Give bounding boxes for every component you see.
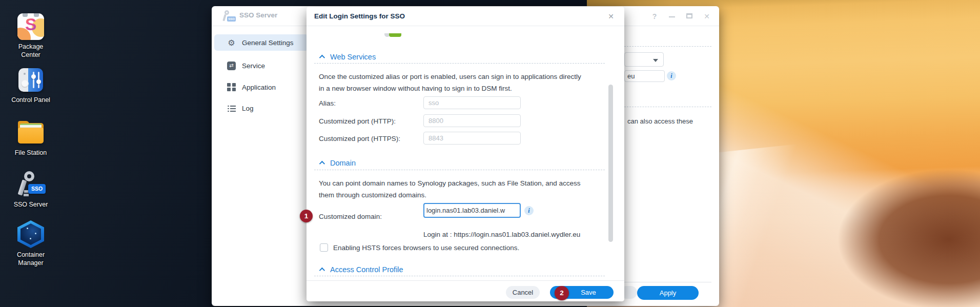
window-title: SSO Server <box>239 11 277 19</box>
info-icon[interactable]: i <box>667 71 676 80</box>
sidebar-item-general-settings[interactable]: ⚙ General Settings <box>214 34 309 51</box>
chevron-up-icon <box>319 268 325 273</box>
dialog-title: Edit Login Settings for SSO <box>314 12 405 20</box>
desktop-icon-file-station[interactable]: File Station <box>6 121 55 157</box>
control-panel-icon <box>18 68 43 92</box>
domain-dropdown[interactable] <box>624 52 664 67</box>
content-divider-dashed <box>624 46 711 47</box>
apply-button[interactable]: Apply <box>637 286 699 300</box>
hsts-label: Enabling HSTS forces browsers to use sec… <box>333 244 519 252</box>
desktop-icon-label: Control Panel <box>6 96 55 104</box>
window-controls: ? ✕ <box>650 11 711 22</box>
desktop: S Package Center Control Panel File Stat… <box>0 0 980 307</box>
alias-input[interactable] <box>423 96 521 109</box>
section-heading: Domain <box>330 159 356 167</box>
sidebar-item-label: Application <box>242 84 276 91</box>
footer-divider <box>624 282 711 282</box>
info-icon[interactable]: i <box>524 206 534 215</box>
annotation-badge-1: 1 <box>300 210 313 222</box>
window-title-key-icon: SSO <box>222 10 236 23</box>
desktop-icon-package-center[interactable]: S Package Center <box>6 13 55 59</box>
desktop-icon-label: Center <box>6 51 55 59</box>
sso-toggle-partial[interactable] <box>384 33 401 37</box>
chevron-down-icon <box>653 59 658 62</box>
edit-login-settings-dialog: Edit Login Settings for SSO ✕ Web Servic… <box>307 7 624 301</box>
desktop-icon-label: Container Manager <box>6 251 55 267</box>
close-icon[interactable]: ✕ <box>606 12 616 21</box>
customized-domain-input[interactable] <box>423 203 521 218</box>
chevron-up-icon <box>319 161 325 167</box>
desktop-icon-label: Package <box>6 43 55 51</box>
container-manager-icon <box>16 220 45 248</box>
modal-scrollbar[interactable] <box>608 85 613 242</box>
section-divider-dashed <box>314 276 605 276</box>
cancel-button[interactable]: Cancel <box>506 286 540 299</box>
service-icon: ⇄ <box>227 62 236 70</box>
hsts-checkbox[interactable] <box>320 243 328 252</box>
desktop-icon-container-manager[interactable]: Container Manager <box>6 220 55 267</box>
desktop-icon-label: SSO Server <box>6 200 55 209</box>
annotation-badge-2: 2 <box>555 286 569 300</box>
alias-label: Alias: <box>319 99 336 107</box>
sidebar-item-label: Log <box>242 105 254 112</box>
section-heading: Access Control Profile <box>330 265 403 274</box>
minimize-icon[interactable] <box>668 12 676 21</box>
help-icon[interactable]: ? <box>650 12 659 21</box>
section-divider-dashed <box>314 170 605 170</box>
section-divider-dashed <box>314 63 605 64</box>
domain-description: You can point domain names to Synology p… <box>319 177 614 201</box>
domain-suffix-input[interactable] <box>624 70 665 82</box>
sso-server-icon: SSO <box>16 171 46 198</box>
sidebar-item-application[interactable]: Application <box>214 79 309 95</box>
web-services-description: Once the customized alias or port is ena… <box>319 71 614 94</box>
sso-badge: SSO <box>28 184 46 194</box>
log-list-icon <box>227 104 236 113</box>
sidebar-item-label: General Settings <box>242 39 294 47</box>
sidebar-item-service[interactable]: ⇄ Service <box>214 57 309 74</box>
partial-description-text: can also access these <box>627 117 693 125</box>
close-icon[interactable]: ✕ <box>703 12 711 21</box>
sidebar-item-log[interactable]: Log <box>214 100 309 116</box>
http-port-input[interactable] <box>423 114 521 127</box>
file-station-icon <box>17 121 44 145</box>
content-divider-dashed <box>624 107 711 107</box>
desktop-icon-label: File Station <box>6 149 55 157</box>
gear-icon: ⚙ <box>227 38 236 47</box>
application-grid-icon <box>227 83 236 92</box>
dialog-header-divider <box>307 26 624 26</box>
https-port-label: Customized port (HTTPS): <box>319 135 400 142</box>
section-domain[interactable]: Domain <box>319 159 356 167</box>
desktop-icon-control-panel[interactable]: Control Panel <box>6 68 55 104</box>
http-port-label: Customized port (HTTP): <box>319 117 396 125</box>
section-web-services[interactable]: Web Services <box>319 53 376 61</box>
package-center-icon: S <box>17 13 44 40</box>
desktop-icon-sso-server[interactable]: SSO SSO Server <box>6 171 55 209</box>
chevron-up-icon <box>319 55 325 60</box>
customized-domain-label: Customized domain: <box>319 213 382 220</box>
section-heading: Web Services <box>330 53 376 61</box>
https-port-input[interactable] <box>423 132 521 145</box>
sidebar-item-label: Service <box>242 62 265 70</box>
login-at-text: Login at : https://login.nas01.lab03.dan… <box>423 231 580 238</box>
section-access-control-profile[interactable]: Access Control Profile <box>319 265 403 274</box>
maximize-icon[interactable] <box>685 12 693 21</box>
